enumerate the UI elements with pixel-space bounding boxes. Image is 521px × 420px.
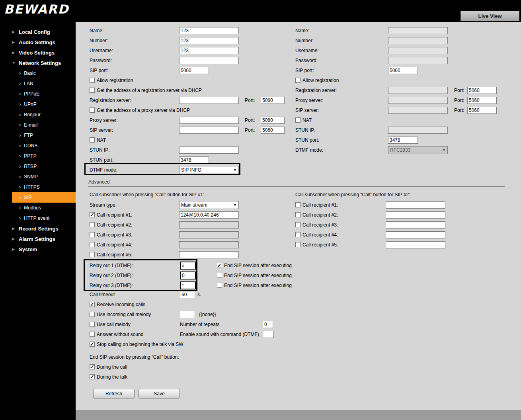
sidebar-item-alarm-settings[interactable]: ▶ Alarm Settings <box>0 234 76 244</box>
port-label: Port: <box>245 98 261 103</box>
sidebar-item-sip[interactable]: ›SIP <box>12 192 76 203</box>
use-call-melody-checkbox[interactable] <box>90 322 95 327</box>
sidebar-item-audio-settings[interactable]: ▶ Audio Settings <box>0 37 76 47</box>
sidebar-item-email[interactable]: ›E-mail <box>0 120 76 130</box>
receive-incoming-calls-checkbox[interactable] <box>90 302 95 307</box>
sidebar-item-network-settings[interactable]: ▼ Network Settings <box>0 58 76 68</box>
sip1-call-recipient-5-input[interactable] <box>179 251 239 258</box>
sip1-dtmf-mode-select[interactable]: SIP INFO ▼ <box>179 166 239 174</box>
sip1-sip-port-input[interactable]: 5060 <box>179 67 209 74</box>
sip1-call-recipient-3-input[interactable] <box>179 231 239 238</box>
sip2-name-input[interactable] <box>388 27 448 34</box>
sip2-call-recipient-1-checkbox[interactable] <box>295 202 301 207</box>
number-of-repeats-input[interactable]: 0 <box>263 321 273 328</box>
sidebar-item-https[interactable]: ›HTTPS <box>0 182 76 192</box>
sip2-nat-checkbox[interactable] <box>295 117 301 123</box>
sip2-call-recipient-2-checkbox[interactable] <box>295 212 301 217</box>
sip2-sip-port-input[interactable]: 5060 <box>388 67 418 74</box>
sip1-call-recipient-4-checkbox[interactable] <box>90 242 95 247</box>
sip2-registration-server-input[interactable] <box>388 87 448 94</box>
sip1-proxy-port-input[interactable]: 5060 <box>261 117 285 124</box>
sidebar-item-bonjour[interactable]: ›Bonjour <box>0 109 76 120</box>
sip2-username-input[interactable] <box>388 47 448 54</box>
sidebar-item-rtsp[interactable]: ›RTSP <box>0 161 76 172</box>
sidebar-item-lan[interactable]: ›LAN <box>0 78 76 89</box>
enable-sound-dtmf-input[interactable] <box>263 331 274 338</box>
live-view-button[interactable]: Live View <box>461 11 519 21</box>
sip2-call-recipient-4-input[interactable] <box>386 231 445 238</box>
sidebar-item-pptp[interactable]: ›PPTP <box>0 151 76 161</box>
sip2-call-recipient-5-checkbox[interactable] <box>295 242 301 247</box>
sip1-call-recipient-2-checkbox[interactable] <box>90 222 95 227</box>
sip2-number-input[interactable] <box>388 37 448 44</box>
sidebar-item-http-event[interactable]: ›HTTP event <box>0 213 76 223</box>
sidebar-item-pppoe[interactable]: ›PPPoE <box>0 89 76 99</box>
stream-type-select[interactable]: Main stream ▼ <box>179 201 239 209</box>
sip2-allow-registration-checkbox[interactable] <box>295 78 301 83</box>
sip2-password-input[interactable] <box>388 57 448 64</box>
sip2-registration-port-input[interactable]: 5060 <box>467 87 497 94</box>
sidebar-item-video-settings[interactable]: ▶ Video Settings <box>0 47 76 58</box>
sip1-call-recipient-1-input[interactable]: 124@10.0.40.246 <box>179 211 239 219</box>
sip1-sip-server-port-input[interactable]: 5060 <box>261 127 285 134</box>
sidebar-item-record-settings[interactable]: ▶ Record Settings <box>0 223 76 234</box>
use-incoming-call-melody-checkbox[interactable] <box>90 312 95 317</box>
stop-calling-on-talk-checkbox[interactable] <box>90 342 95 347</box>
save-button[interactable]: Save <box>139 389 180 399</box>
sip2-dtmf-mode-select[interactable]: RFC2833 ▼ <box>388 146 448 154</box>
sidebar-item-ddns[interactable]: ›DDNS <box>0 141 76 151</box>
sip2-call-recipient-4-checkbox[interactable] <box>295 232 301 237</box>
incoming-call-melody-input[interactable] <box>180 311 195 318</box>
sip2-call-recipient-5-input[interactable] <box>386 241 445 248</box>
sip2-call-recipient-2-input[interactable] <box>386 211 445 219</box>
sip1-call-recipient-3-checkbox[interactable] <box>90 232 95 237</box>
relay-2-end-sip-checkbox[interactable] <box>217 273 222 278</box>
relay-3-end-sip-checkbox[interactable] <box>217 283 222 288</box>
relay-out-3-dtmf-input[interactable]: * <box>180 281 196 289</box>
sip1-dhcp-proxy-checkbox[interactable] <box>90 107 95 113</box>
sip1-stun-ip-input[interactable] <box>179 147 239 154</box>
sip1-dhcp-registration-checkbox[interactable] <box>90 88 95 93</box>
sip1-sip-server-input[interactable] <box>179 127 239 134</box>
sidebar-item-snmp[interactable]: ›SNMP <box>0 172 76 182</box>
sip1-number-input[interactable]: 123 <box>179 37 239 44</box>
sip1-call-recipient-1-checkbox[interactable] <box>90 212 95 217</box>
sip1-registration-server-input[interactable] <box>179 97 239 104</box>
sip1-call-recipient-4-input[interactable] <box>179 241 239 248</box>
sip2-proxy-port-input[interactable]: 5060 <box>467 97 497 104</box>
sip1-registration-port-input[interactable]: 5060 <box>261 97 285 104</box>
sip1-name-input[interactable]: 123 <box>179 27 239 34</box>
sidebar-item-basic[interactable]: ›Basic <box>0 68 76 78</box>
sidebar-item-ftp[interactable]: ›FTP <box>0 130 76 141</box>
relay-out-1-dtmf-input[interactable]: # <box>180 262 196 270</box>
checkbox-label: NAT <box>97 137 106 143</box>
sidebar-item-system[interactable]: ▶ System <box>0 244 76 254</box>
during-the-talk-checkbox[interactable] <box>90 374 95 379</box>
relay-out-2-dtmf-input[interactable]: 0 <box>180 272 196 279</box>
sip2-stun-ip-input[interactable] <box>388 127 448 134</box>
sip2-sip-server-input[interactable] <box>388 107 448 114</box>
sip2-call-recipient-3-input[interactable] <box>386 221 445 229</box>
refresh-button[interactable]: Refresh <box>93 389 135 399</box>
sip1-allow-registration-checkbox[interactable] <box>90 78 95 83</box>
sip1-proxy-server-input[interactable] <box>179 117 239 124</box>
sip2-sip-server-port-input[interactable]: 5060 <box>467 107 497 114</box>
sip1-password-input[interactable] <box>179 57 239 64</box>
sip2-proxy-server-input[interactable] <box>388 97 448 104</box>
sip2-call-recipient-1-input[interactable] <box>386 201 445 209</box>
sip2-call-recipient-3-checkbox[interactable] <box>295 222 301 227</box>
sidebar-item-local-config[interactable]: ▶ Local Config <box>0 27 76 37</box>
advanced-section-label: Advanced <box>88 179 109 185</box>
relay-1-end-sip-checkbox[interactable] <box>217 263 222 268</box>
sip1-nat-checkbox[interactable] <box>90 137 95 143</box>
sidebar-item-upnp[interactable]: ›UPnP <box>0 99 76 109</box>
sip1-call-recipient-2-input[interactable] <box>179 221 239 229</box>
call-timeout-input[interactable]: 60 <box>180 291 195 298</box>
sip1-call-recipient-5-checkbox[interactable] <box>90 252 95 257</box>
sidebar-item-modbus[interactable]: ›Modbus <box>0 203 76 213</box>
sip1-stun-port-input[interactable]: 3478 <box>179 156 209 164</box>
during-the-call-checkbox[interactable] <box>90 364 95 369</box>
answer-without-sound-checkbox[interactable] <box>90 332 95 337</box>
sip2-stun-port-input[interactable]: 3478 <box>388 137 418 144</box>
sip1-username-input[interactable]: 123 <box>179 47 239 54</box>
